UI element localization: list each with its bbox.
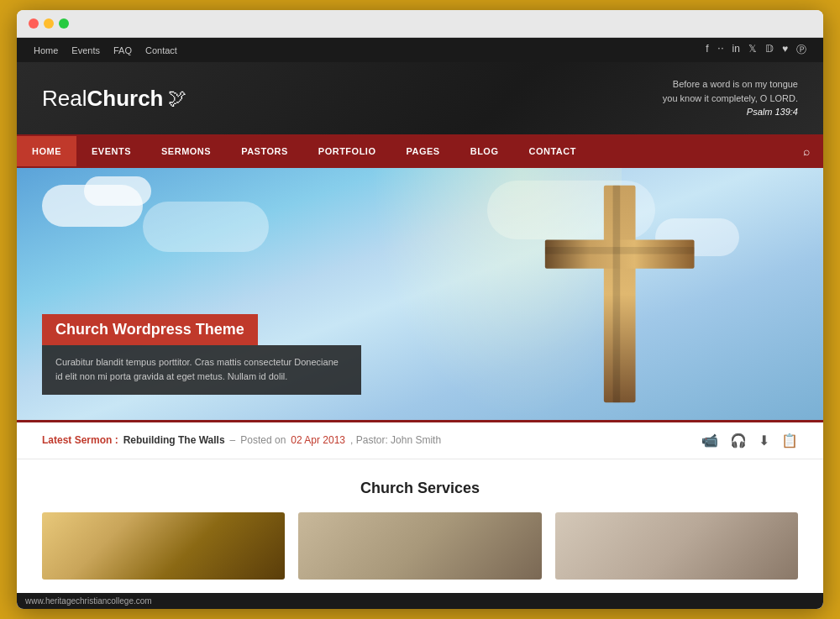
nav-pastors[interactable]: PASTORS [226, 136, 303, 166]
traffic-lights [29, 18, 69, 29]
tagline-citation: Psalm 139:4 [747, 107, 798, 117]
topnav-home[interactable]: Home [34, 45, 58, 55]
tagline-line2: you know it completely, O LORD. [663, 92, 798, 106]
svg-rect-2 [613, 186, 621, 402]
hero-description-box: Curabitur blandit tempus porttitor. Cras… [42, 345, 361, 395]
linkedin-icon[interactable]: in [732, 43, 740, 57]
logo[interactable]: RealChurch 🕊 [42, 86, 186, 112]
nav-events[interactable]: EVENTS [76, 136, 146, 166]
services-grid [42, 512, 798, 580]
tagline: Before a word is on my tongue you know i… [663, 77, 798, 119]
browser-window: Home Events FAQ Contact f ‧‧ in 𝕏 𝔻 ♥ Ⓟ … [17, 10, 823, 609]
nav-sermons[interactable]: SERMONS [146, 136, 226, 166]
logo-text: RealChurch [42, 86, 163, 112]
skype-icon[interactable]: ♥ [782, 43, 788, 57]
services-section: Church Services [17, 459, 823, 593]
maximize-button[interactable] [59, 18, 69, 29]
service-card-2[interactable] [298, 512, 541, 580]
logo-regular: Real [42, 86, 87, 111]
nav-blog[interactable]: BLOG [455, 136, 514, 166]
browser-chrome [17, 10, 823, 38]
site-header: RealChurch 🕊 Before a word is on my tong… [17, 62, 823, 134]
search-button[interactable]: ⌕ [790, 134, 823, 168]
sermon-bar-date: 02 Apr 2013 [291, 434, 345, 446]
minimize-button[interactable] [44, 18, 54, 29]
sermon-bar-meta-prefix: Posted on [240, 434, 286, 446]
audio-icon[interactable]: 🎧 [730, 433, 747, 449]
nav-pages[interactable]: PAGES [391, 136, 454, 166]
nav-home[interactable]: HOME [17, 136, 76, 166]
hero-content: Church Wordpress Theme Curabitur blandit… [42, 314, 361, 395]
service-image-1 [42, 512, 285, 580]
sermon-bar-title[interactable]: Rebuilding The Walls [123, 434, 225, 446]
sermon-bar-label: Latest Sermon : [42, 434, 118, 446]
service-card-3[interactable] [555, 512, 798, 580]
close-button[interactable] [29, 18, 39, 29]
service-image-3 [555, 512, 798, 580]
topnav-events[interactable]: Events [71, 45, 100, 55]
website-body: Home Events FAQ Contact f ‧‧ in 𝕏 𝔻 ♥ Ⓟ … [17, 38, 823, 609]
topnav-faq[interactable]: FAQ [113, 45, 132, 55]
cloud-2 [84, 176, 151, 206]
download-icon[interactable]: ⬇ [759, 433, 769, 449]
tagline-line1: Before a word is on my tongue [663, 77, 798, 92]
sermon-media-icons: 📹 🎧 ⬇ 📋 [701, 433, 798, 449]
service-card-1[interactable] [42, 512, 285, 580]
nav-portfolio[interactable]: PORTFOLIO [303, 136, 391, 166]
sermon-bar-separator: – [230, 434, 236, 446]
url-text: www.heritagechristiancollege.com [25, 596, 152, 606]
document-icon[interactable]: 📋 [781, 433, 798, 449]
cloud-3 [143, 202, 269, 252]
sermon-bar: Latest Sermon : Rebuilding The Walls – P… [17, 420, 823, 459]
main-nav: HOME EVENTS SERMONS PASTORS PORTFOLIO PA… [17, 134, 823, 168]
dove-icon: 🕊 [168, 87, 186, 109]
top-bar: Home Events FAQ Contact f ‧‧ in 𝕏 𝔻 ♥ Ⓟ [17, 38, 823, 62]
hero-title: Church Wordpress Theme [55, 321, 244, 338]
pinterest-icon[interactable]: Ⓟ [796, 43, 806, 57]
svg-rect-3 [545, 247, 695, 254]
topnav-contact[interactable]: Contact [145, 45, 177, 55]
hero-section: Church Wordpress Theme Curabitur blandit… [17, 168, 823, 420]
sermon-bar-meta-suffix: , Pastor: John Smith [350, 434, 441, 446]
services-title: Church Services [42, 480, 798, 497]
vimeo-icon[interactable]: 𝔻 [765, 43, 774, 57]
top-nav: Home Events FAQ Contact [34, 45, 177, 55]
flickr-icon[interactable]: ‧‧ [717, 43, 724, 57]
cross-image [512, 176, 722, 412]
top-social: f ‧‧ in 𝕏 𝔻 ♥ Ⓟ [706, 43, 806, 57]
twitter-icon[interactable]: 𝕏 [748, 43, 757, 57]
hero-title-box: Church Wordpress Theme [42, 314, 258, 345]
footer-url: www.heritagechristiancollege.com [17, 593, 823, 609]
hero-description: Curabitur blandit tempus porttitor. Cras… [55, 355, 348, 385]
service-image-2 [298, 512, 541, 580]
nav-contact[interactable]: CONTACT [513, 136, 591, 166]
facebook-icon[interactable]: f [706, 43, 708, 57]
video-icon[interactable]: 📹 [701, 433, 718, 449]
sermon-info: Latest Sermon : Rebuilding The Walls – P… [42, 434, 441, 446]
logo-bold: Church [87, 86, 163, 111]
